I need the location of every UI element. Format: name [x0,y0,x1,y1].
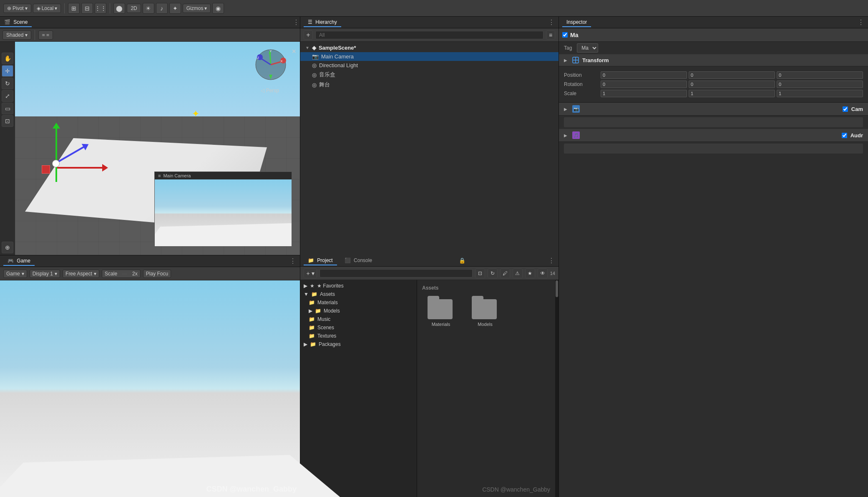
scale-control[interactable]: Scale — 2x [102,270,141,278]
camera-preview-title: Main Camera [163,173,191,178]
inspector-dots-button[interactable]: ⋮ [858,18,865,26]
right-panel: Inspector ⋮ Ma Tag Ma ▶ Transform [559,17,868,497]
game-dots-button[interactable]: ⋮ [289,257,297,265]
reveal-in-finder-button[interactable]: ⊡ [475,268,485,278]
hierarchy-music-box-label: 音乐盒 [319,71,335,78]
pivot-button[interactable]: ⊕ Pivot ▾ [3,4,31,13]
project-tree-packages[interactable]: ▶ 📁 Packages [300,340,417,348]
scene-dots-button[interactable]: ⋮ [293,18,300,26]
hierarchy-dots-button[interactable]: ⋮ [548,18,555,26]
position-row: Position [564,71,863,79]
tab-game[interactable]: 🎮 Game [3,257,35,266]
project-search-input[interactable] [320,269,473,278]
sound-button[interactable]: ♪ [156,3,168,14]
game-dropdown[interactable]: Game ▾ [3,270,27,278]
refresh-button[interactable]: ↻ [488,268,498,278]
display-dropdown[interactable]: Display 1 ▾ [30,270,60,278]
scale-x-field[interactable] [601,90,687,97]
warning-button[interactable]: ⚠ [513,268,523,278]
game-dropdown-chevron: ▾ [22,271,24,277]
fx-button[interactable]: ✦ [169,3,181,14]
hierarchy-item-directional-light[interactable]: ◎ Directional Light [300,61,559,70]
assets-scrollbar[interactable] [555,280,559,497]
aspect-dropdown[interactable]: Free Aspect ▾ [63,270,99,278]
rect-tool[interactable]: ▭ [2,103,13,114]
project-dots-button[interactable]: ⋮ [548,257,555,265]
materials-label: Materials [317,300,338,305]
scale-tool[interactable]: ⤢ [2,90,13,102]
tab-inspector[interactable]: Inspector [562,18,591,27]
gizmos-button[interactable]: Gizmos ▾ [183,4,211,13]
stage-icon: ◎ [312,82,317,88]
tag-select[interactable]: Ma [577,43,598,53]
transform-grid-button[interactable]: ⊞ [68,3,80,14]
project-tree-models[interactable]: ▶ 📁 Models [300,307,417,315]
eye-button[interactable]: 👁 [538,268,548,278]
rotation-z-field[interactable] [777,81,863,88]
shaded-button[interactable]: Shaded ▾ [3,30,31,40]
models-label: Models [324,308,340,314]
position-z-field[interactable] [777,71,863,79]
light-button[interactable]: ☀ [143,3,154,14]
rotation-y-field[interactable] [689,81,775,88]
audio-expand-arrow: ▶ [564,133,567,138]
project-tree-assets[interactable]: ▼ 📁 Assets [300,290,417,298]
tab-project[interactable]: 📁 Project [304,256,337,265]
x-axis-arrow [57,167,103,169]
transform-component-header[interactable]: ▶ Transform [559,54,868,66]
eye-closed-button[interactable]: ◉ [212,3,224,14]
hierarchy-item-stage[interactable]: ◎ 舞台 [300,80,559,90]
snap-button[interactable]: ⊟ [81,3,93,14]
hand-tool[interactable]: ✋ [2,53,13,64]
project-tree-favorites[interactable]: ▶ ★ ★ Favorites [300,282,417,290]
project-tree-textures[interactable]: 📁 Textures [300,332,417,340]
inspector-active-checkbox[interactable] [562,32,568,38]
project-tree-scenes[interactable]: 📁 Scenes [300,323,417,332]
tab-hierarchy[interactable]: ☰ Hierarchy [304,18,341,27]
hierarchy-add-button[interactable]: + [304,30,313,40]
rotation-x-field[interactable] [601,81,687,88]
move-tool[interactable]: ✛ [2,65,13,77]
position-y-field[interactable] [689,71,775,79]
assets-scroll-thumb[interactable] [556,280,558,297]
local-button[interactable]: ◈ Local ▾ [33,4,61,13]
project-add-button[interactable]: + ▾ [304,268,317,278]
rotate-tool[interactable]: ↻ [2,78,13,89]
camera-component-checkbox [843,106,848,112]
global-toggle[interactable]: ⬤ [113,3,125,14]
tab-scene[interactable]: 🎬 Scene [0,18,32,27]
hierarchy-scene-root[interactable]: ▼ ◈ SampleScene* [300,43,559,52]
paint-button[interactable]: 🖊 [500,268,510,278]
audio-component-header[interactable]: ▶ 🎵 Audr [559,129,868,142]
favorites-label: ★ Favorites [317,283,344,289]
scale-z-field[interactable] [777,90,863,97]
game-viewport[interactable]: CSDN @wanchen_Gabby [0,280,300,497]
world-tool[interactable]: ⊕ [2,242,13,253]
hierarchy-item-main-camera[interactable]: 📷 Main Camera [300,52,559,61]
assets-header: Assets [422,285,554,291]
2d-button[interactable]: 2D [127,4,141,13]
camera-active-checkbox[interactable] [843,106,848,112]
scene-close-button[interactable]: ✕ [292,48,297,55]
asset-item-materials[interactable]: Materials [422,296,460,327]
packages-folder-icon: 📁 [310,341,316,347]
project-tree-materials[interactable]: 📁 Materials [300,298,417,307]
star-button[interactable]: ★ [525,268,535,278]
hierarchy-item-music-box[interactable]: ◎ 音乐盒 [300,70,559,80]
transform-tool[interactable]: ⊡ [2,115,13,127]
wireframe-button[interactable]: = = [38,30,53,40]
scale-xyz [601,90,863,97]
camera-preview-window: ≡ Main Camera [154,172,292,247]
asset-item-models[interactable]: Models [466,296,504,327]
hierarchy-search-input[interactable] [315,31,543,39]
hierarchy-search-opts[interactable]: ≡ [546,30,555,40]
position-x-field[interactable] [601,71,687,79]
tab-console[interactable]: ⬛ Console [340,256,376,265]
camera-component-header[interactable]: ▶ 📷 Cam [559,103,868,116]
scene-viewport-area[interactable]: ✋ ✛ ↻ ⤢ ▭ ⊡ ⊕ [0,42,300,255]
project-tree-music[interactable]: 📁 Music [300,315,417,323]
play-focus-button[interactable]: Play Focu [143,270,171,278]
layout-button[interactable]: ⋮⋮ [95,3,106,14]
audio-active-checkbox[interactable] [842,133,847,138]
scale-y-field[interactable] [689,90,775,97]
